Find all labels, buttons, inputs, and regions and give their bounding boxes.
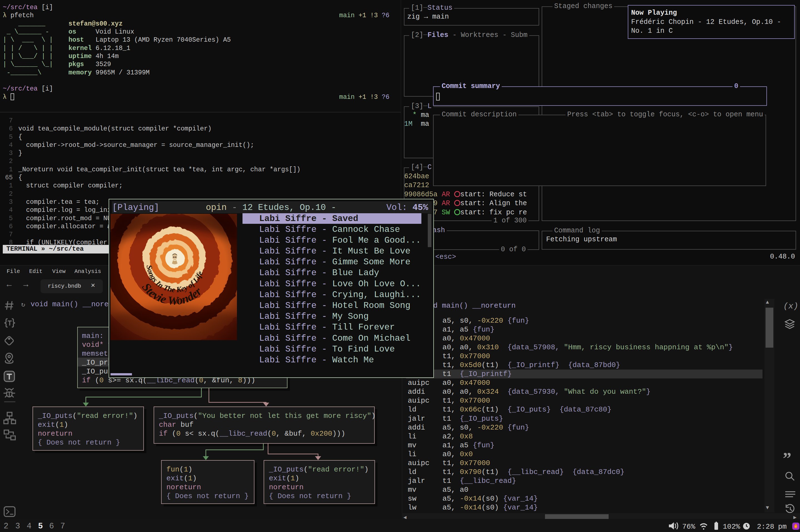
svg-text:”: ” xyxy=(783,449,792,468)
svg-text:(x): (x) xyxy=(783,302,798,311)
